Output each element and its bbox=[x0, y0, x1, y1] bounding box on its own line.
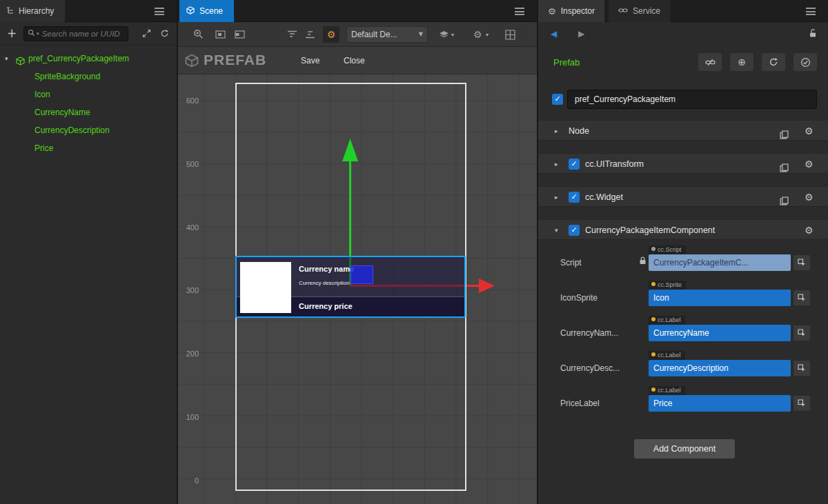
align-top-icon[interactable] bbox=[287, 30, 297, 41]
asset-type-chip: cc.Label bbox=[649, 316, 685, 325]
search-input[interactable] bbox=[41, 29, 124, 39]
copy-component-icon[interactable] bbox=[780, 192, 789, 213]
service-link-icon bbox=[618, 6, 628, 16]
inspector-menu-icon[interactable] bbox=[806, 8, 816, 14]
tab-service-label: Service bbox=[633, 6, 660, 16]
layers-icon[interactable] bbox=[439, 30, 449, 41]
component-settings-gear-icon[interactable]: ⚙ bbox=[805, 187, 814, 208]
add-component-button[interactable]: Add Component bbox=[634, 439, 735, 458]
inspector-nav-row: ◀ ▶ bbox=[538, 22, 828, 47]
component-enabled-checkbox[interactable]: ✓ bbox=[569, 192, 580, 203]
scene-tab[interactable]: Scene bbox=[179, 0, 234, 22]
property-label-currency-name: CurrencyNam... bbox=[560, 328, 618, 338]
tree-node-price[interactable]: Price bbox=[0, 139, 177, 157]
forward-button[interactable]: ▶ bbox=[578, 29, 584, 39]
grid-layout-icon[interactable] bbox=[505, 30, 515, 42]
ruler-label: 600 bbox=[181, 97, 199, 105]
ruler-label: 100 bbox=[181, 413, 199, 421]
gear-caret-icon[interactable]: ▾ bbox=[486, 32, 489, 38]
pick-asset-button[interactable] bbox=[793, 360, 811, 376]
component-row-widget[interactable]: ▸ ✓ cc.Widget ⚙ bbox=[538, 186, 828, 207]
prefab-revert-icon[interactable] bbox=[762, 53, 785, 71]
scene-gear-icon[interactable]: ⚙ bbox=[473, 28, 482, 41]
expand-caret-icon[interactable]: ▸ bbox=[555, 154, 558, 174]
design-resolution-dropdown[interactable]: Default De... ▼ bbox=[346, 26, 428, 43]
property-label-price: PriceLabel bbox=[560, 399, 600, 408]
prefab-unlink-icon[interactable] bbox=[698, 53, 722, 71]
price-label-reference-field[interactable]: Price bbox=[649, 395, 791, 412]
search-icon bbox=[28, 29, 35, 39]
prefab-edit-bar: PREFAB Save Close bbox=[178, 47, 537, 74]
tree-node-root[interactable]: ▾ pref_CurrencyPackageItem bbox=[0, 50, 177, 68]
prefab-apply-icon[interactable] bbox=[793, 53, 817, 71]
inspector-gear-icon: ⚙ bbox=[548, 6, 556, 17]
hierarchy-tab[interactable]: Hierarchy bbox=[0, 0, 65, 22]
unlock-icon[interactable] bbox=[809, 28, 817, 40]
align-bottom-icon[interactable] bbox=[305, 30, 315, 41]
hierarchy-menu-icon[interactable] bbox=[155, 8, 164, 14]
component-row-node[interactable]: ▸ Node ⚙ bbox=[538, 120, 828, 141]
component-settings-gear-icon[interactable]: ⚙ bbox=[805, 121, 814, 141]
component-row-currency-package-item[interactable]: ▾ ✓ CurrencyPackageItemComponent ⚙ bbox=[538, 219, 828, 240]
copy-component-icon[interactable] bbox=[780, 126, 789, 147]
gizmo-rect-handle[interactable] bbox=[351, 265, 373, 284]
component-row-uitransform[interactable]: ▸ ✓ cc.UITransform ⚙ bbox=[538, 153, 828, 174]
layers-caret-icon[interactable]: ▾ bbox=[451, 32, 454, 38]
node-active-checkbox[interactable]: ✓ bbox=[552, 94, 563, 105]
component-enabled-checkbox[interactable]: ✓ bbox=[569, 159, 580, 170]
tab-inspector[interactable]: ⚙ Inspector bbox=[538, 0, 604, 22]
component-settings-gear-icon[interactable]: ⚙ bbox=[805, 220, 814, 241]
component-settings-gear-icon[interactable]: ⚙ bbox=[805, 154, 814, 174]
currency-name-reference-field[interactable]: CurrencyName bbox=[649, 325, 791, 341]
pick-asset-button[interactable] bbox=[793, 290, 811, 306]
dropdown-arrow-icon: ▼ bbox=[419, 27, 423, 42]
tree-node-label: SpriteBackground bbox=[34, 68, 100, 85]
pick-asset-button[interactable] bbox=[793, 395, 811, 412]
tree-node-currency-description[interactable]: CurrencyDescription bbox=[0, 121, 177, 139]
zoom-icon[interactable] bbox=[193, 29, 204, 41]
align-frame-fill-icon[interactable] bbox=[235, 30, 245, 41]
currency-name-label-preview: Currency name bbox=[299, 265, 354, 273]
component-name: cc.UITransform bbox=[585, 154, 644, 174]
pick-asset-button[interactable] bbox=[793, 325, 811, 341]
tab-service[interactable]: Service bbox=[609, 0, 670, 22]
prefab-locate-icon[interactable]: ⊕ bbox=[730, 53, 753, 71]
back-button[interactable]: ◀ bbox=[551, 29, 557, 39]
tree-node-sprite-background[interactable]: SpriteBackground bbox=[0, 68, 177, 85]
x-axis-arrow bbox=[479, 279, 495, 293]
scene-viewport[interactable]: 600 500 400 300 200 100 0 Currency name … bbox=[178, 47, 537, 504]
property-label-script: Script bbox=[560, 258, 582, 268]
copy-component-icon[interactable] bbox=[780, 159, 789, 180]
asset-type-chip: cc.Sprite bbox=[649, 281, 686, 290]
collapse-caret-icon[interactable]: ▾ bbox=[555, 220, 558, 241]
property-label-currency-description: CurrencyDesc... bbox=[560, 363, 620, 373]
collapse-all-icon[interactable] bbox=[142, 29, 151, 40]
asset-type-chip: cc.Script bbox=[649, 245, 686, 254]
scene-toolbar: ⚙ Default De... ▼ ▾ ⚙ ▾ bbox=[178, 22, 537, 47]
script-asset-field[interactable]: CurrencyPackageItemC... bbox=[649, 254, 791, 271]
refresh-hierarchy-icon[interactable] bbox=[160, 29, 169, 40]
scene-menu-icon[interactable] bbox=[515, 8, 524, 14]
tree-node-icon[interactable]: Icon bbox=[0, 85, 177, 103]
add-node-button[interactable]: + bbox=[6, 26, 18, 41]
icon-sprite-preview[interactable] bbox=[240, 262, 291, 313]
prefab-close-button[interactable]: Close bbox=[344, 56, 365, 65]
expand-caret-icon[interactable]: ▸ bbox=[555, 187, 558, 208]
currency-description-reference-field[interactable]: CurrencyDescription bbox=[649, 360, 791, 376]
component-enabled-checkbox[interactable]: ✓ bbox=[569, 225, 580, 236]
inspector-panel: ⚙ Inspector Service ◀ ▶ Prefab ⊕ bbox=[537, 0, 828, 504]
pick-asset-button[interactable] bbox=[793, 254, 811, 271]
expand-caret-icon[interactable]: ▾ bbox=[5, 50, 8, 68]
node-name-input[interactable] bbox=[567, 90, 817, 109]
gizmo-settings-gear-icon[interactable]: ⚙ bbox=[323, 26, 339, 43]
currency-description-label-preview: Currency description bbox=[299, 280, 349, 286]
icon-sprite-reference-field[interactable]: Icon bbox=[649, 290, 791, 306]
prefab-mode-title: PREFAB bbox=[204, 52, 266, 68]
scene-tab-label: Scene bbox=[199, 6, 223, 16]
expand-caret-icon[interactable]: ▸ bbox=[555, 121, 558, 141]
tree-node-currency-name[interactable]: CurrencyName bbox=[0, 103, 177, 121]
prefab-save-button[interactable]: Save bbox=[301, 56, 319, 65]
search-filter-caret-icon[interactable]: ▾ bbox=[37, 31, 39, 37]
hierarchy-search-box[interactable]: ▾ bbox=[23, 26, 128, 41]
align-frame-icon[interactable] bbox=[215, 30, 226, 41]
